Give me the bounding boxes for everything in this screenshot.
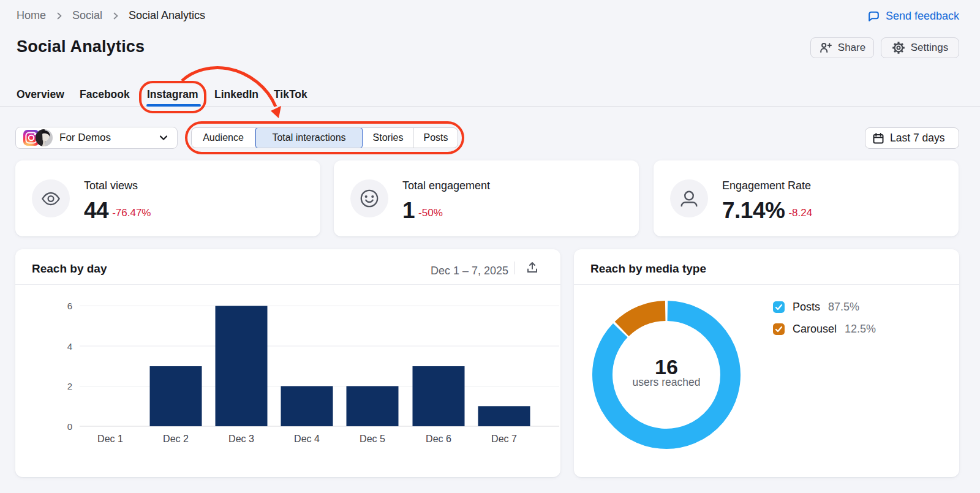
svg-text:4: 4 xyxy=(67,341,72,352)
svg-text:Dec 4: Dec 4 xyxy=(294,434,320,444)
svg-text:Dec 5: Dec 5 xyxy=(360,434,385,444)
svg-text:2: 2 xyxy=(67,381,72,391)
svg-text:Dec 7: Dec 7 xyxy=(491,434,517,444)
svg-text:Dec 1: Dec 1 xyxy=(97,434,123,444)
svg-text:0: 0 xyxy=(67,421,72,432)
svg-text:6: 6 xyxy=(67,301,72,311)
svg-text:Dec 3: Dec 3 xyxy=(228,434,254,444)
svg-text:Dec 6: Dec 6 xyxy=(426,434,451,444)
svg-text:Dec 2: Dec 2 xyxy=(163,434,189,444)
